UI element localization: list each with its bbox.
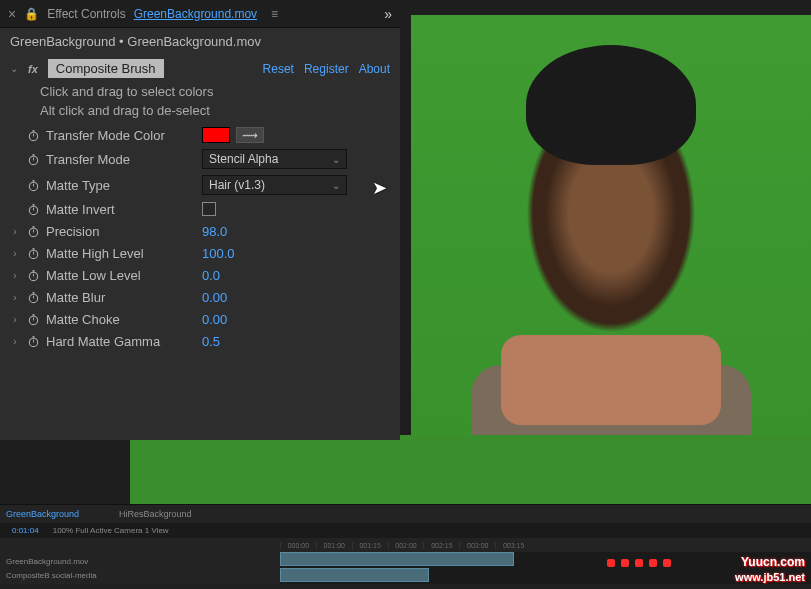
prop-label: Transfer Mode — [46, 152, 196, 167]
expand-caret-icon[interactable]: › — [10, 292, 20, 303]
svg-rect-28 — [32, 335, 34, 337]
prop-transfer-mode: Transfer Mode Stencil Alpha ⌄ — [0, 146, 400, 172]
reset-link[interactable]: Reset — [263, 62, 294, 76]
hard-gamma-value[interactable]: 0.5 — [202, 334, 220, 349]
prop-label: Precision — [46, 224, 196, 239]
timeline-tabs: GreenBackground HiResBackground — [0, 505, 811, 523]
prop-transfer-color: Transfer Mode Color — [0, 124, 400, 146]
ruler-tick: 001:15 — [352, 542, 388, 549]
stopwatch-icon[interactable] — [26, 290, 40, 304]
matte-low-value[interactable]: 0.0 — [202, 268, 220, 283]
chevron-down-icon: ⌄ — [332, 180, 340, 191]
prop-label: Matte Blur — [46, 290, 196, 305]
matte-choke-value[interactable]: 0.00 — [202, 312, 227, 327]
stopwatch-icon[interactable] — [26, 128, 40, 142]
panel-title-prefix: Effect Controls — [47, 7, 125, 21]
svg-point-12 — [29, 228, 37, 236]
stopwatch-icon[interactable] — [26, 312, 40, 326]
expand-caret-icon[interactable]: › — [10, 226, 20, 237]
stopwatch-icon[interactable] — [26, 202, 40, 216]
ruler-tick: 000:00 — [280, 542, 316, 549]
effect-collapse-icon[interactable]: ⌄ — [10, 63, 18, 74]
svg-point-27 — [29, 338, 37, 346]
svg-point-24 — [29, 316, 37, 324]
prop-label: Hard Matte Gamma — [46, 334, 196, 349]
close-icon[interactable]: × — [8, 6, 16, 22]
prop-matte-type: Matte Type Hair (v1.3) ⌄ — [0, 172, 400, 198]
watermark-dot-icon — [621, 559, 629, 567]
expand-caret-icon[interactable]: › — [10, 314, 20, 325]
prop-matte-invert: Matte Invert — [0, 198, 400, 220]
prop-matte-high: › Matte High Level 100.0 — [0, 242, 400, 264]
watermark-dot-icon — [607, 559, 615, 567]
timeline-tab[interactable]: HiResBackground — [119, 509, 192, 519]
timeline-ruler[interactable]: 000:00 001:00 001:15 002:00 002:15 003:0… — [0, 538, 811, 552]
ruler-tick: 002:00 — [388, 542, 424, 549]
timeline-clip[interactable] — [280, 568, 429, 582]
panel-menu-icon[interactable]: ≡ — [271, 7, 278, 21]
about-link[interactable]: About — [359, 62, 390, 76]
panel-active-file[interactable]: GreenBackground.mov — [134, 7, 257, 21]
svg-point-18 — [29, 272, 37, 280]
subject-hat — [526, 45, 696, 165]
timeline-tracks: GreenBackground.mov CompositeB social-me… — [0, 552, 811, 584]
track-headers: GreenBackground.mov CompositeB social-me… — [0, 552, 280, 584]
prop-matte-choke: › Matte Choke 0.00 — [0, 308, 400, 330]
hint-deselect: Alt click and drag to de-select — [0, 101, 400, 120]
prop-matte-blur: › Matte Blur 0.00 — [0, 286, 400, 308]
matte-invert-checkbox[interactable] — [202, 202, 216, 216]
prop-label: Transfer Mode Color — [46, 128, 196, 143]
stopwatch-icon[interactable] — [26, 334, 40, 348]
svg-rect-13 — [32, 225, 34, 227]
fx-badge-icon[interactable]: fx — [24, 62, 42, 76]
stopwatch-icon[interactable] — [26, 268, 40, 282]
timeline-controls: 0:01:04 100% Full Active Camera 1 View — [0, 523, 811, 538]
stopwatch-icon[interactable] — [26, 178, 40, 192]
breadcrumb: GreenBackground • GreenBackground.mov — [0, 28, 400, 55]
expand-caret-icon[interactable]: › — [10, 248, 20, 259]
prop-label: Matte Low Level — [46, 268, 196, 283]
matte-blur-value[interactable]: 0.00 — [202, 290, 227, 305]
effect-header: ⌄ fx Composite Brush Reset Register Abou… — [0, 55, 400, 82]
panel-more-icon[interactable]: » — [384, 6, 392, 22]
svg-rect-7 — [32, 179, 34, 181]
svg-rect-19 — [32, 269, 34, 271]
prop-precision: › Precision 98.0 — [0, 220, 400, 242]
subject-scarf — [501, 335, 721, 425]
track-header-row[interactable]: CompositeB social-media — [6, 568, 274, 582]
svg-point-6 — [29, 182, 37, 190]
lock-icon[interactable]: 🔒 — [24, 7, 39, 21]
expand-caret-icon[interactable]: › — [10, 270, 20, 281]
preview-viewport — [411, 15, 811, 505]
property-list: Transfer Mode Color Transfer Mode Stenci… — [0, 120, 400, 356]
svg-rect-10 — [32, 203, 34, 205]
matte-type-select[interactable]: Hair (v1.3) ⌄ — [202, 175, 347, 195]
track-header-row[interactable]: GreenBackground.mov — [6, 554, 274, 568]
matte-high-value[interactable]: 100.0 — [202, 246, 235, 261]
timeline-clip[interactable] — [280, 552, 514, 566]
stopwatch-icon[interactable] — [26, 224, 40, 238]
stopwatch-icon[interactable] — [26, 246, 40, 260]
color-swatch[interactable] — [202, 127, 230, 143]
prop-label: Matte Type — [46, 178, 196, 193]
track-lane-area[interactable] — [280, 552, 811, 584]
timeline-tab-active[interactable]: GreenBackground — [6, 509, 79, 519]
prop-label: Matte Choke — [46, 312, 196, 327]
ruler-tick: 003:00 — [459, 542, 495, 549]
stopwatch-icon[interactable] — [26, 152, 40, 166]
transfer-mode-select[interactable]: Stencil Alpha ⌄ — [202, 149, 347, 169]
ruler-tick: 001:00 — [316, 542, 352, 549]
prop-matte-low: › Matte Low Level 0.0 — [0, 264, 400, 286]
effect-controls-panel: × 🔒 Effect Controls GreenBackground.mov … — [0, 0, 400, 440]
precision-value[interactable]: 98.0 — [202, 224, 227, 239]
timeline-panel: GreenBackground HiResBackground 0:01:04 … — [0, 504, 811, 589]
eyedropper-icon[interactable] — [236, 127, 264, 143]
prop-hard-gamma: › Hard Matte Gamma 0.5 — [0, 330, 400, 352]
watermark-dot-icon — [635, 559, 643, 567]
svg-point-3 — [29, 156, 37, 164]
timecode[interactable]: 0:01:04 — [6, 526, 45, 535]
expand-caret-icon[interactable]: › — [10, 336, 20, 347]
register-link[interactable]: Register — [304, 62, 349, 76]
svg-rect-16 — [32, 247, 34, 249]
effect-name[interactable]: Composite Brush — [48, 59, 164, 78]
